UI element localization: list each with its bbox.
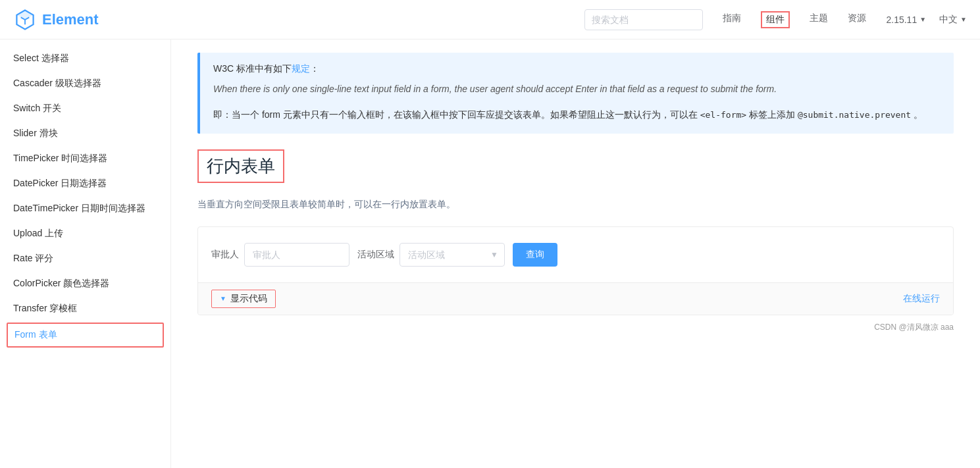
sidebar-item-form[interactable]: Form 表单: [7, 323, 164, 348]
label-approver: 审批人: [211, 249, 239, 261]
show-code-label: 显示代码: [230, 293, 267, 305]
w3c-title-line: W3C 标准中有如下规定：: [213, 63, 941, 75]
header: Element 指南 组件 主题 资源 2.15.11 ▼ 中文 ▼: [0, 0, 980, 39]
layout: Select 选择器 Cascader 级联选择器 Switch 开关 Slid…: [0, 39, 980, 468]
main-content: W3C 标准中有如下规定： When there is only one sin…: [171, 39, 980, 468]
demo-footer: ▼ 显示代码 在线运行: [198, 282, 953, 315]
demo-content: 审批人 活动区域 活动区域 ▼ 查询: [198, 227, 953, 282]
section-title: 行内表单: [197, 149, 284, 183]
nav-guide[interactable]: 指南: [723, 13, 741, 27]
sidebar-item-switch[interactable]: Switch 开关: [0, 96, 170, 121]
language-selector[interactable]: 中文 ▼: [939, 14, 967, 26]
select-region-wrapper: 活动区域 ▼: [400, 243, 505, 267]
sidebar: Select 选择器 Cascader 级联选择器 Switch 开关 Slid…: [0, 39, 171, 468]
search-input[interactable]: [584, 9, 703, 30]
sidebar-item-colorpicker[interactable]: ColorPicker 颜色选择器: [0, 271, 170, 296]
form-item-approver: 审批人: [211, 243, 349, 267]
logo-text: Element: [42, 11, 99, 28]
csdn-watermark: CSDN @清风微凉 aaa: [197, 315, 954, 336]
query-button[interactable]: 查询: [513, 243, 557, 267]
w3c-link[interactable]: 规定: [292, 63, 310, 74]
language-chevron-icon: ▼: [960, 16, 967, 23]
logo-icon: [13, 8, 37, 32]
sidebar-item-slider[interactable]: Slider 滑块: [0, 121, 170, 146]
w3c-description: 即：当一个 form 元素中只有一个输入框时，在该输入框中按下回车应提交该表单。…: [213, 107, 941, 123]
triangle-icon: ▼: [220, 295, 226, 302]
code-submit-prevent: @submit.native.prevent: [798, 110, 911, 120]
language-text: 中文: [939, 14, 958, 26]
version-text: 2.15.11: [886, 14, 917, 25]
logo[interactable]: Element: [13, 8, 99, 32]
info-box: W3C 标准中有如下规定： When there is only one sin…: [197, 53, 954, 134]
version-chevron-icon: ▼: [919, 16, 926, 23]
sidebar-item-timepicker[interactable]: TimePicker 时间选择器: [0, 146, 170, 171]
nav-components[interactable]: 组件: [761, 11, 790, 28]
input-approver[interactable]: [244, 243, 349, 267]
sidebar-item-datetimepicker[interactable]: DateTimePicker 日期时间选择器: [0, 196, 170, 221]
w3c-quote: When there is only one single-line text …: [213, 82, 941, 97]
demo-block: 审批人 活动区域 活动区域 ▼ 查询: [197, 226, 954, 315]
sidebar-item-select[interactable]: Select 选择器: [0, 46, 170, 71]
online-run-link[interactable]: 在线运行: [903, 293, 940, 305]
code-el-form: <el-form>: [700, 110, 746, 120]
nav-links: 指南 组件 主题 资源: [723, 11, 866, 28]
sidebar-item-upload[interactable]: Upload 上传: [0, 221, 170, 246]
sidebar-item-transfer[interactable]: Transfer 穿梭框: [0, 296, 170, 321]
section-description: 当垂直方向空间受限且表单较简单时，可以在一行内放置表单。: [197, 199, 954, 211]
form-item-region: 活动区域 活动区域 ▼: [357, 243, 505, 267]
label-region: 活动区域: [357, 249, 394, 261]
select-region[interactable]: 活动区域: [400, 243, 505, 267]
sidebar-item-datepicker[interactable]: DatePicker 日期选择器: [0, 171, 170, 196]
inline-form: 审批人 活动区域 活动区域 ▼ 查询: [211, 243, 940, 267]
show-code-button[interactable]: ▼ 显示代码: [211, 290, 276, 308]
nav-theme[interactable]: 主题: [810, 13, 828, 27]
nav-resources[interactable]: 资源: [848, 13, 866, 27]
version-selector[interactable]: 2.15.11 ▼: [886, 14, 926, 25]
sidebar-item-rate[interactable]: Rate 评分: [0, 246, 170, 271]
sidebar-item-cascader[interactable]: Cascader 级联选择器: [0, 71, 170, 96]
